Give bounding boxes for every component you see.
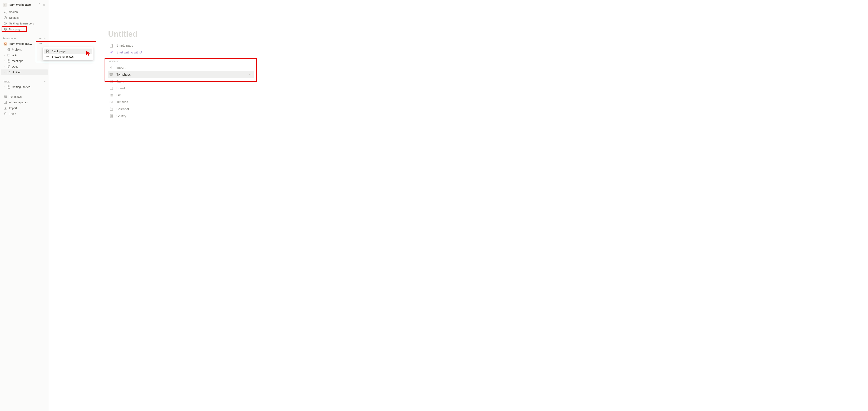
- download-icon: [4, 106, 7, 110]
- option-start-ai[interactable]: Start writing with AI…: [108, 49, 254, 56]
- plus-circle-icon: [4, 28, 7, 31]
- templates-icon: [109, 73, 113, 76]
- plus-icon[interactable]: ＋: [43, 80, 46, 83]
- sidebar-import[interactable]: Import: [1, 105, 48, 111]
- option-calendar[interactable]: Calendar: [108, 105, 254, 113]
- option-import[interactable]: Import: [108, 64, 254, 71]
- updown-chevron-icon: ⌃⌄: [38, 3, 40, 6]
- sidebar-templates[interactable]: Templates: [1, 94, 48, 99]
- workspace-name: Team Workspace: [8, 3, 37, 6]
- svg-rect-23: [110, 108, 113, 110]
- document-icon: [7, 59, 11, 63]
- page-docs-label: Docs: [12, 65, 46, 68]
- option-gallery[interactable]: Gallery: [108, 113, 254, 119]
- ctx-browse-templates[interactable]: ⋯ Browse templates: [44, 54, 92, 59]
- templates-icon: [4, 95, 7, 98]
- svg-rect-9: [4, 97, 5, 98]
- more-icon[interactable]: ⋯: [39, 37, 42, 40]
- option-board[interactable]: Board: [108, 85, 254, 92]
- svg-rect-11: [4, 101, 6, 103]
- caret-right-icon[interactable]: ›: [4, 86, 6, 88]
- caret-right-icon[interactable]: ›: [4, 48, 6, 51]
- target-icon: [7, 48, 11, 51]
- svg-point-12: [112, 51, 113, 52]
- sidebar-updates[interactable]: Updates: [1, 15, 48, 21]
- document-icon: [7, 65, 11, 68]
- caret-right-icon[interactable]: ›: [4, 60, 6, 62]
- option-timeline-label: Timeline: [116, 100, 128, 104]
- collapse-sidebar-icon[interactable]: [42, 2, 46, 7]
- caret-right-icon[interactable]: ›: [4, 65, 6, 68]
- sidebar-all-teamspaces-label: All teamspaces: [9, 101, 28, 104]
- ctx-browse-templates-label: Browse templates: [52, 55, 73, 58]
- svg-rect-25: [112, 115, 113, 116]
- svg-rect-18: [110, 87, 113, 89]
- page-getting-started-label: Getting Started: [12, 86, 46, 89]
- calendar-icon: [109, 107, 113, 111]
- option-import-label: Import: [116, 66, 125, 69]
- sidebar-trash-label: Trash: [9, 112, 16, 116]
- search-icon: [4, 10, 7, 13]
- page-title[interactable]: Untitled: [108, 30, 254, 38]
- page-wiki-label: Wiki: [12, 54, 46, 57]
- page-wiki[interactable]: › Wiki: [1, 52, 48, 58]
- private-section-header[interactable]: Private ＋: [0, 79, 49, 84]
- page-meetings-label: Meetings: [12, 59, 46, 63]
- page-projects[interactable]: › Projects: [1, 46, 48, 52]
- sidebar-all-teamspaces[interactable]: All teamspaces: [1, 99, 48, 105]
- page-projects-label: Projects: [12, 48, 46, 51]
- option-empty-page-label: Empty page: [116, 44, 133, 48]
- document-icon: [7, 86, 11, 89]
- list-icon: [109, 94, 113, 97]
- page-plus-icon: [46, 50, 49, 53]
- caret-right-icon[interactable]: ›: [4, 71, 6, 73]
- more-icon[interactable]: ⋯: [39, 42, 42, 45]
- option-list[interactable]: List: [108, 92, 254, 99]
- plus-icon[interactable]: ＋: [43, 42, 46, 45]
- download-icon: [109, 66, 113, 69]
- page-getting-started[interactable]: › Getting Started: [1, 84, 48, 90]
- svg-rect-26: [110, 116, 111, 117]
- option-templates[interactable]: Templates: [108, 71, 254, 78]
- option-table[interactable]: Table: [108, 78, 254, 85]
- page-untitled-label: Untitled: [12, 71, 46, 74]
- teamspace-team-workspace[interactable]: 🏠 Team Workspac… ⌄ ⋯ ＋: [1, 41, 48, 46]
- workspace-letter-icon: T: [3, 3, 7, 7]
- teamspaces-section-header[interactable]: Teamspaces ⋯ ＋: [0, 35, 49, 41]
- svg-point-6: [9, 49, 9, 50]
- sidebar-new-page[interactable]: New page: [1, 26, 48, 32]
- building-icon: [4, 101, 7, 104]
- page-docs[interactable]: › Docs: [1, 64, 48, 69]
- svg-rect-14: [110, 73, 111, 74]
- chevron-down-icon[interactable]: ⌄: [36, 43, 38, 45]
- page-untitled[interactable]: › Untitled: [1, 69, 48, 75]
- option-start-ai-label: Start writing with AI…: [116, 51, 146, 54]
- plus-icon[interactable]: ＋: [43, 37, 46, 40]
- main-area: Untitled Empty page Start writing with A…: [49, 0, 868, 411]
- svg-rect-15: [112, 73, 113, 74]
- ctx-blank-page-label: Blank page: [52, 50, 65, 53]
- sidebar: T Team Workspace ⌃⌄ Search Updates Setti…: [0, 0, 49, 411]
- trash-icon: [4, 112, 7, 116]
- board-icon: [109, 87, 113, 90]
- option-calendar-label: Calendar: [116, 107, 129, 111]
- option-timeline[interactable]: Timeline: [108, 99, 254, 105]
- sidebar-search[interactable]: Search: [1, 9, 48, 15]
- sidebar-trash[interactable]: Trash: [1, 111, 48, 117]
- sidebar-settings[interactable]: Settings & members: [1, 21, 48, 26]
- clock-icon: [4, 16, 7, 19]
- caret-right-icon[interactable]: ›: [4, 54, 6, 56]
- page-icon: [109, 43, 113, 48]
- sidebar-updates-label: Updates: [9, 16, 19, 19]
- svg-rect-8: [5, 96, 6, 96]
- option-empty-page[interactable]: Empty page: [108, 42, 254, 49]
- ctx-blank-page[interactable]: Blank page: [44, 49, 92, 54]
- add-new-header: Add new: [109, 60, 254, 63]
- svg-rect-17: [110, 80, 113, 83]
- svg-rect-7: [4, 96, 5, 96]
- book-icon: [7, 54, 11, 57]
- workspace-switcher[interactable]: T Team Workspace ⌃⌄: [0, 2, 49, 9]
- page-meetings[interactable]: › Meetings: [1, 58, 48, 64]
- more-icon: ⋯: [46, 55, 49, 58]
- private-header-label: Private: [3, 80, 10, 83]
